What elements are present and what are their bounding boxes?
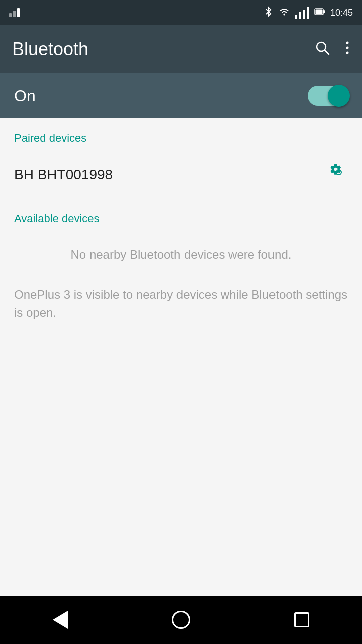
toolbar-actions — [315, 40, 350, 59]
search-icon[interactable] — [315, 40, 330, 59]
svg-point-1 — [283, 14, 285, 15]
status-bar: 10:45 — [0, 0, 362, 25]
navigation-bar — [0, 596, 362, 644]
recents-button[interactable] — [282, 600, 322, 640]
home-icon — [172, 611, 190, 629]
svg-point-7 — [346, 41, 349, 44]
battery-icon — [314, 7, 325, 19]
visibility-notice: OnePlus 3 is visible to nearby devices w… — [0, 272, 362, 336]
toggle-label: On — [14, 87, 308, 105]
status-time: 10:45 — [330, 8, 353, 18]
available-devices-section-header: Available devices — [0, 198, 362, 231]
more-options-icon[interactable] — [345, 40, 350, 59]
svg-point-9 — [346, 51, 349, 54]
status-bar-left — [9, 8, 20, 17]
svg-line-6 — [325, 50, 329, 54]
bluetooth-toggle[interactable] — [308, 86, 348, 106]
paired-devices-section-header: Paired devices — [0, 118, 362, 151]
bluetooth-toggle-row: On — [0, 73, 362, 118]
available-devices-label: Available devices — [14, 212, 100, 225]
back-icon — [53, 611, 68, 629]
content-area: Paired devices BH BHT001998 Available de… — [0, 118, 362, 596]
paired-devices-label: Paired devices — [14, 132, 86, 144]
no-devices-message: No nearby Bluetooth devices were found. — [0, 231, 362, 272]
toggle-knob — [328, 85, 350, 107]
svg-rect-4 — [315, 9, 322, 14]
device-settings-icon[interactable] — [330, 163, 348, 186]
status-bar-right: 10:45 — [264, 6, 353, 20]
bluetooth-status-icon — [264, 6, 274, 20]
toolbar: Bluetooth — [0, 25, 362, 73]
wifi-icon — [279, 7, 290, 19]
svg-rect-3 — [323, 10, 325, 13]
cell-signal-icon — [295, 7, 309, 19]
page-title: Bluetooth — [12, 39, 315, 60]
device-name: BH BHT001998 — [14, 167, 330, 183]
recents-icon — [294, 612, 309, 627]
back-button[interactable] — [40, 600, 80, 640]
signal-strength-icon — [9, 8, 20, 17]
home-button[interactable] — [161, 600, 201, 640]
table-row[interactable]: BH BHT001998 — [0, 151, 362, 198]
svg-point-8 — [346, 46, 349, 49]
